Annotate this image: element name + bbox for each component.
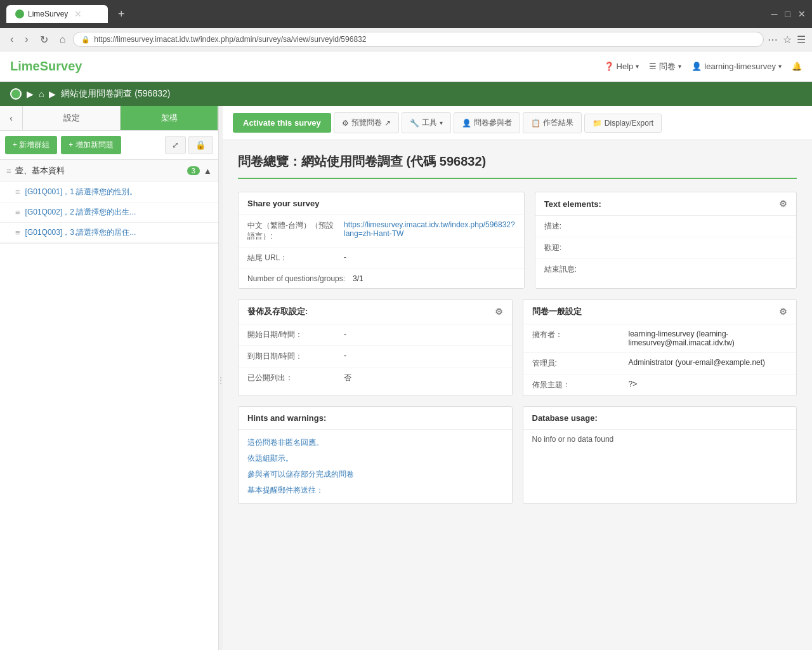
hint-item-2[interactable]: 依題組顯示。 xyxy=(247,451,503,467)
browser-maximize-btn[interactable]: □ xyxy=(785,9,790,19)
top-cards-grid: Share your survey 中文（繁體-台灣）（預設語言）: https… xyxy=(238,192,797,289)
start-date-row: 開始日期/時間： - xyxy=(239,324,512,346)
browser-chrome: LimeSurvey ✕ + ─ □ ✕ xyxy=(0,0,812,28)
general-settings-body: 擁有者： learning-limesurvey (learning-limes… xyxy=(523,324,797,395)
url-display: https://limesurvey.imacat.idv.tw/index.p… xyxy=(94,35,366,44)
bc-separator: ▶ xyxy=(49,89,56,99)
bottom-grid: Hints and warnings: 這份問卷非匿名回應。 依題組顯示。 參與… xyxy=(238,406,797,504)
sidebar-prev-btn[interactable]: ‹ xyxy=(0,106,23,130)
external-link-icon: ↗ xyxy=(384,119,391,128)
tab-settings[interactable]: 設定 xyxy=(23,106,121,130)
sidebar: ‹ 設定 架構 + 新增群組 + 增加新問題 ⤢ 🔒 ≡ 壹、基本資料 3 xyxy=(0,106,219,650)
ending-msg-label: 結束訊息: xyxy=(544,264,633,275)
help-icon: ❓ xyxy=(604,62,614,71)
header-actions: ❓ Help ▾ ☰ 問卷 ▾ 👤 learning-limesurvey ▾ … xyxy=(604,61,802,72)
new-tab-btn[interactable]: + xyxy=(113,6,130,22)
browser-close-btn[interactable]: ✕ xyxy=(798,9,806,19)
item-drag-icon: ≡ xyxy=(15,208,20,217)
responses-label: 作答結果 xyxy=(543,117,573,128)
hint-item-4[interactable]: 基本提醒郵件將送往： xyxy=(247,482,503,498)
app-header: LimeSurvey ❓ Help ▾ ☰ 問卷 ▾ 👤 learning-li… xyxy=(0,51,812,82)
participants-btn[interactable]: 👤 問卷參與者 xyxy=(454,112,520,133)
display-export-btn[interactable]: 📁 Display/Export xyxy=(584,114,662,133)
help-label: Help xyxy=(617,62,634,71)
browser-minimize-btn[interactable]: ─ xyxy=(771,9,778,19)
questions-row: Number of questions/groups: 3/1 xyxy=(239,269,524,288)
second-cards-grid: 發佈及存取設定: ⚙ 開始日期/時間： - 到期日期/時間： - xyxy=(238,299,797,396)
sidebar-actions: + 新增群組 + 增加新問題 ⤢ 🔒 xyxy=(0,131,218,160)
group-header[interactable]: ≡ 壹、基本資料 3 ▲ xyxy=(0,160,218,182)
nav-forward-btn[interactable]: › xyxy=(21,32,32,46)
gear-icon: ⚙ xyxy=(342,119,349,128)
theme-row: 佈景主題： ?> xyxy=(523,375,797,395)
browser-tab[interactable]: LimeSurvey ✕ xyxy=(6,5,108,23)
tab-structure[interactable]: 架構 xyxy=(121,106,218,130)
notifications-btn[interactable]: 🔔 xyxy=(792,62,802,71)
hint-item-3[interactable]: 參與者可以儲存部分完成的問卷 xyxy=(247,467,503,482)
list-item[interactable]: ≡ [G01Q001]，1.請選擇您的性別。 xyxy=(0,182,218,202)
publish-settings-card: 發佈及存取設定: ⚙ 開始日期/時間： - 到期日期/時間： - xyxy=(238,299,513,396)
description-label: 描述: xyxy=(544,221,633,232)
activate-survey-btn[interactable]: Activate this survey xyxy=(233,113,331,133)
text-elements-gear-icon[interactable]: ⚙ xyxy=(779,199,787,209)
share-card-title: Share your survey xyxy=(247,199,319,208)
user-btn[interactable]: 👤 learning-limesurvey ▾ xyxy=(691,62,782,71)
preview-survey-btn[interactable]: ⚙ 預覽問卷 ↗ xyxy=(334,112,399,133)
end-date-row: 到期日期/時間： - xyxy=(239,346,512,368)
db-body: No info or no data found xyxy=(523,430,797,449)
tools-btn[interactable]: 🔧 工具 ▾ xyxy=(402,112,451,133)
expand-btn[interactable]: ⤢ xyxy=(165,136,186,154)
hints-body: 這份問卷非匿名回應。 依題組顯示。 參與者可以儲存部分完成的問卷 基本提醒郵件將… xyxy=(239,430,512,503)
participants-icon: 👤 xyxy=(462,119,471,128)
extensions-btn[interactable]: ⋯ xyxy=(768,34,778,46)
tools-icon: 🔧 xyxy=(410,119,419,128)
responses-btn[interactable]: 📋 作答結果 xyxy=(523,112,582,133)
publish-title: 發佈及存取設定: xyxy=(247,306,308,317)
share-survey-card: Share your survey 中文（繁體-台灣）（預設語言）: https… xyxy=(238,192,525,289)
add-question-btn[interactable]: + 增加新問題 xyxy=(61,136,121,154)
menu-survey-btn[interactable]: ☰ 問卷 ▾ xyxy=(649,61,681,72)
bc-arrow-icon: ▶ xyxy=(27,89,34,99)
general-settings-header: 問卷一般設定 ⚙ xyxy=(523,300,797,324)
address-bar[interactable]: 🔒 https://limesurvey.imacat.idv.tw/index… xyxy=(73,32,764,47)
menu-label: 問卷 xyxy=(659,61,676,72)
browser-action-buttons: ⋯ ☆ ☰ xyxy=(768,34,806,46)
ending-url-value: - xyxy=(344,253,515,262)
general-settings-card: 問卷一般設定 ⚙ 擁有者： learning-limesurvey (learn… xyxy=(523,299,797,396)
start-date-value: - xyxy=(344,329,503,338)
admin-row: 管理員: Administrator (your-email@example.n… xyxy=(523,353,797,375)
general-settings-gear-icon[interactable]: ⚙ xyxy=(779,307,787,317)
list-item[interactable]: ≡ [G01Q002]，2.請選擇您的出生... xyxy=(0,202,218,223)
item-label: [G01Q001]，1.請選擇您的性別。 xyxy=(25,187,138,197)
share-lang-url: https://limesurvey.imacat.idv.tw/index.p… xyxy=(344,220,515,238)
nav-refresh-btn[interactable]: ↻ xyxy=(36,32,52,47)
lock-btn[interactable]: 🔒 xyxy=(188,136,213,154)
nav-back-btn[interactable]: ‹ xyxy=(6,32,17,46)
admin-value: Administrator (your-email@example.net) xyxy=(629,358,788,367)
start-date-label: 開始日期/時間： xyxy=(247,329,336,340)
text-elements-body: 描述: 歡迎: 結束訊息: xyxy=(535,216,796,280)
share-card-body: 中文（繁體-台灣）（預設語言）: https://limesurvey.imac… xyxy=(239,215,524,288)
list-item[interactable]: ≡ [G01Q003]，3.請選擇您的居住... xyxy=(0,223,218,243)
help-btn[interactable]: ❓ Help ▾ xyxy=(604,62,639,71)
group-count-badge: 3 xyxy=(187,166,200,175)
hint-item-1[interactable]: 這份問卷非匿名回應。 xyxy=(247,435,503,451)
add-group-btn[interactable]: + 新增群組 xyxy=(5,136,57,154)
text-elements-card: Text elements: ⚙ 描述: 歡迎: xyxy=(535,192,797,289)
public-row: 已公開列出： 否 xyxy=(239,368,512,388)
description-row: 描述: xyxy=(535,216,796,237)
ending-url-label: 結尾 URL： xyxy=(247,253,336,263)
menu-btn[interactable]: ☰ xyxy=(797,34,806,46)
bc-home-link[interactable]: ⌂ xyxy=(39,89,44,99)
bookmark-btn[interactable]: ☆ xyxy=(783,34,792,46)
breadcrumb-bar: ▶ ⌂ ▶ 網站使用問卷調查 (596832) xyxy=(0,82,812,106)
sidebar-tabs: ‹ 設定 架構 xyxy=(0,106,218,131)
tab-close-btn[interactable]: ✕ xyxy=(74,9,82,19)
text-elements-title: Text elements: xyxy=(544,199,601,209)
database-card: Database usage: No info or no data found xyxy=(523,406,797,504)
survey-url-link[interactable]: https://limesurvey.imacat.idv.tw/index.p… xyxy=(344,220,515,238)
nav-home-btn[interactable]: ⌂ xyxy=(56,32,70,46)
share-lang-label: 中文（繁體-台灣）（預設語言）: xyxy=(247,220,336,242)
publish-gear-icon[interactable]: ⚙ xyxy=(495,307,503,317)
group-expand-btn[interactable]: ▲ xyxy=(204,166,212,176)
